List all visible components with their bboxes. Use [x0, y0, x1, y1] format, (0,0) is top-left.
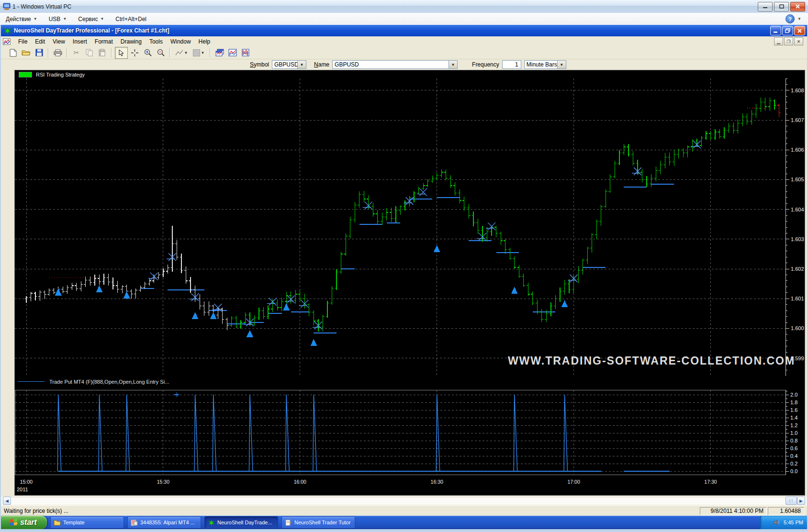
status-last-price: 1.60488 — [768, 507, 804, 515]
svg-text:0.4: 0.4 — [790, 453, 797, 459]
help-icon[interactable]: ? — [786, 14, 795, 23]
svg-text:1.602: 1.602 — [791, 266, 804, 272]
app-close-button[interactable] — [794, 26, 805, 35]
pattern-fill-button[interactable]: ▼ — [191, 47, 207, 58]
windows-logo-icon — [10, 519, 18, 526]
frequency-value: 1 — [515, 61, 518, 68]
print-button[interactable] — [52, 47, 64, 58]
toolbar-separator — [210, 48, 211, 57]
task-button-template[interactable]: Template — [50, 516, 124, 529]
frequency-input[interactable]: 1 — [502, 60, 521, 69]
svg-text:WWW.TRADING-SOFTWARE-COLLECTIO: WWW.TRADING-SOFTWARE-COLLECTION.COM — [508, 355, 795, 367]
symbol-combobox[interactable]: GBPUSD ▼ — [272, 60, 306, 69]
vpc-menu-service[interactable]: Сервис▼ — [72, 14, 110, 24]
status-message: Waiting for price tick(s) ... — [4, 508, 68, 514]
trendline-icon — [175, 50, 183, 56]
mdi-close-button[interactable]: ✕ — [794, 37, 803, 45]
paste-clipboard-icon — [99, 49, 106, 56]
signal-subchart[interactable]: 2.01.81.61.41.21.00.80.60.40.20.0 — [15, 387, 805, 478]
menu-help[interactable]: Help — [195, 37, 214, 46]
menu-drawing[interactable]: Drawing — [117, 37, 146, 46]
line-tool-button[interactable]: ▼ — [173, 47, 190, 58]
tray-clock[interactable]: 5:45 PM — [784, 520, 803, 525]
time-axis-label: 17:00 — [567, 479, 580, 485]
menu-format[interactable]: Format — [91, 37, 117, 46]
scrollbar-track[interactable] — [11, 497, 786, 505]
crosshair-button[interactable] — [129, 47, 141, 58]
vpc-titlebar: 1 - Windows Virtual PC — [0, 0, 808, 13]
bar-chart-button[interactable] — [239, 47, 251, 58]
pattern-swatch-icon — [193, 49, 200, 56]
chevron-down-icon[interactable]: ▼ — [797, 17, 801, 21]
neuroshell-icon — [208, 520, 215, 526]
main-price-chart[interactable]: 1.6081.6071.6061.6051.6041.6031.6021.601… — [15, 78, 805, 376]
menu-window[interactable]: Window — [167, 37, 195, 46]
menu-tools[interactable]: Tools — [146, 37, 167, 46]
toolbar-separator — [67, 48, 67, 57]
mdi-restore-button[interactable]: ❐ — [784, 37, 793, 45]
chart-panel: RSI Trading Strategy 1.6081.6071.6061.60… — [14, 70, 805, 496]
task-button-neuroshell-daytrader[interactable]: NeuroShell DayTrade... — [204, 516, 278, 529]
svg-text:0.6: 0.6 — [790, 445, 797, 451]
svg-text:1.606: 1.606 — [791, 147, 804, 153]
chevron-down-icon[interactable]: ▼ — [297, 61, 306, 68]
zoom-out-icon — [157, 49, 165, 56]
paste-button[interactable] — [96, 47, 108, 58]
mdi-minimize-button[interactable]: ▁ — [774, 37, 783, 45]
new-document-button[interactable] — [7, 47, 19, 58]
app-restore-button[interactable] — [782, 26, 793, 35]
task-button-neuroshell-tutor[interactable]: ? NeuroShell Trader Tutor — [281, 516, 355, 529]
chart-controls-row: Symbol GBPUSD ▼ Name GBPUSD ▼ Frequency … — [1, 59, 807, 70]
chevron-down-icon[interactable]: ▼ — [449, 61, 457, 68]
speaker-volume-icon[interactable] — [774, 520, 780, 525]
app-minimize-button[interactable] — [770, 26, 781, 35]
overlay-chart-button[interactable] — [226, 47, 238, 58]
name-combobox[interactable]: GBPUSD ▼ — [332, 60, 458, 69]
time-axis-label: 16:30 — [431, 479, 443, 485]
menu-insert[interactable]: Insert — [69, 37, 91, 46]
scrollbar-thumb[interactable] — [786, 497, 797, 505]
bar-chart-icon — [242, 49, 249, 56]
time-axis-label: 16:00 — [294, 479, 306, 485]
menu-edit[interactable]: Edit — [31, 37, 49, 46]
time-axis-label: 15:00 — [20, 479, 33, 485]
vpc-maximize-button[interactable] — [774, 2, 789, 11]
chevron-down-icon: ▼ — [63, 17, 67, 21]
cursor-arrow-icon — [119, 49, 124, 56]
svg-text:1.8: 1.8 — [790, 399, 797, 405]
strategy-color-swatch — [19, 72, 32, 78]
bar-type-combobox[interactable]: Minute Bars ▼ — [524, 60, 566, 69]
save-button[interactable] — [33, 47, 45, 58]
menu-view[interactable]: View — [49, 37, 69, 46]
scroll-left-button[interactable]: ◀ — [3, 497, 11, 505]
mdi-child-controls: ▁ ❐ ✕ — [774, 37, 803, 45]
svg-text:0.0: 0.0 — [790, 468, 797, 474]
chevron-down-icon[interactable]: ▼ — [557, 61, 566, 68]
vpc-close-button[interactable] — [790, 2, 805, 11]
start-button-label: start — [20, 518, 37, 527]
copy-button[interactable] — [83, 47, 95, 58]
chart-document-icon — [3, 38, 11, 45]
task-button-alpari-mt4[interactable]: 3448355: Alpari MT4 ... — [127, 516, 201, 529]
crosshair-icon — [131, 49, 138, 56]
svg-text:1.605: 1.605 — [791, 177, 804, 182]
vpc-menu-usb[interactable]: USB▼ — [43, 14, 73, 24]
zoom-out-button[interactable] — [155, 47, 167, 58]
vpc-menu-ctrl-alt-del[interactable]: Ctrl+Alt+Del — [110, 14, 152, 24]
subchart-legend-row: Trade Put MT4 (F)(888,Open,Open,Long Ent… — [15, 376, 805, 387]
system-tray: 5:45 PM — [760, 516, 808, 529]
zoom-in-button[interactable] — [142, 47, 154, 58]
zoom-in-icon — [144, 49, 152, 56]
scroll-right-button[interactable]: ▶ — [797, 497, 805, 505]
start-button[interactable]: start — [0, 516, 47, 529]
open-file-button[interactable] — [20, 47, 32, 58]
scissors-icon: ✂ — [74, 49, 79, 56]
vpc-menu-action[interactable]: Действие▼ — [0, 14, 43, 24]
cascade-charts-button[interactable] — [213, 47, 225, 58]
select-cursor-button[interactable] — [115, 47, 128, 59]
cut-button[interactable]: ✂ — [70, 47, 82, 58]
menu-file[interactable]: File — [14, 37, 31, 46]
task-label: Template — [63, 520, 85, 525]
vpc-minimize-button[interactable] — [758, 2, 773, 11]
vpc-window-controls — [756, 2, 805, 11]
